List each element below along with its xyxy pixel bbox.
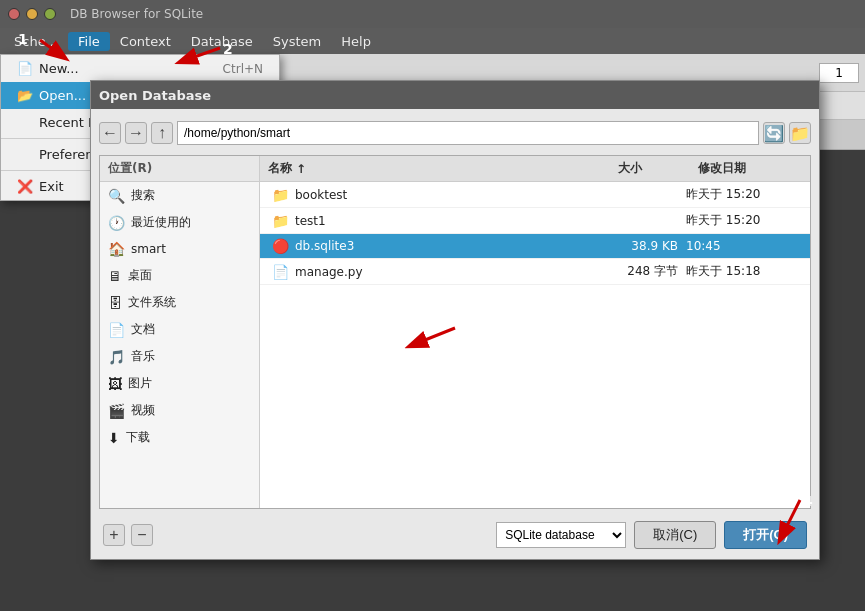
file-row-db-sqlite3[interactable]: 🔴 db.sqlite3 38.9 KB 10:45 — [260, 234, 810, 259]
dialog-refresh-btn[interactable]: 🔄 — [763, 122, 785, 144]
menu-context[interactable]: Context — [110, 32, 181, 51]
dialog-forward-btn[interactable]: → — [125, 122, 147, 144]
video-nav-icon: 🎬 — [108, 403, 125, 419]
py-file-icon: 📄 — [272, 264, 289, 280]
open-icon: 📂 — [17, 88, 33, 103]
filesystem-nav-icon: 🗄 — [108, 295, 122, 311]
sidebar-pictures[interactable]: 🖼 图片 — [100, 370, 259, 397]
dialog-newfolder-btn[interactable]: 📁 — [789, 122, 811, 144]
dialog-up-btn[interactable]: ↑ — [151, 122, 173, 144]
sidebar-documents[interactable]: 📄 文档 — [100, 316, 259, 343]
file-type-select[interactable]: SQLite database — [496, 522, 626, 548]
col-date: 修改日期 — [690, 156, 810, 181]
sidebar-downloads[interactable]: ⬇ 下载 — [100, 424, 259, 451]
menu-new[interactable]: 📄New... Ctrl+N — [1, 55, 279, 82]
title-bar: DB Browser for SQLite — [0, 0, 865, 28]
maximize-btn[interactable] — [44, 8, 56, 20]
files-header: 名称 ↑ 大小 修改日期 — [260, 156, 810, 182]
app-window: DB Browser for SQLite Sche... File Conte… — [0, 0, 865, 611]
folder-icon-test1: 📁 — [272, 213, 289, 229]
dialog-toolbar: ← → ↑ 🔄 📁 — [99, 117, 811, 149]
new-icon: 📄 — [17, 61, 33, 76]
menu-database[interactable]: Database — [181, 32, 263, 51]
dialog-main: 位置(R) 🔍 搜索 🕐 最近使用的 🏠 smart 🖥 — [99, 155, 811, 509]
sidebar-smart[interactable]: 🏠 smart — [100, 236, 259, 262]
sidebar-desktop[interactable]: 🖥 桌面 — [100, 262, 259, 289]
dialog-path-input[interactable] — [177, 121, 759, 145]
menu-file[interactable]: File — [68, 32, 110, 51]
menu-help[interactable]: Help — [331, 32, 381, 51]
sidebar-music[interactable]: 🎵 音乐 — [100, 343, 259, 370]
desktop-nav-icon: 🖥 — [108, 268, 122, 284]
sidebar-filesystem[interactable]: 🗄 文件系统 — [100, 289, 259, 316]
docs-nav-icon: 📄 — [108, 322, 125, 338]
dialog-title-bar: Open Database — [91, 81, 819, 109]
dialog-files: 名称 ↑ 大小 修改日期 📁 booktest 昨天于 15:20 — [260, 156, 810, 508]
dialog-footer-right: SQLite database 取消(C) 打开(O) — [496, 521, 807, 549]
pictures-nav-icon: 🖼 — [108, 376, 122, 392]
exit-icon: ❌ — [17, 179, 33, 194]
db-file-icon: 🔴 — [272, 238, 289, 254]
home-nav-icon: 🏠 — [108, 241, 125, 257]
sidebar-recent[interactable]: 🕐 最近使用的 — [100, 209, 259, 236]
page-number[interactable]: 1 — [819, 63, 859, 83]
dialog-footer: + − SQLite database 取消(C) 打开(O) — [99, 515, 811, 551]
recent-nav-icon: 🕐 — [108, 215, 125, 231]
minimize-btn[interactable] — [26, 8, 38, 20]
col-size: 大小 — [610, 156, 690, 181]
downloads-nav-icon: ⬇ — [108, 430, 120, 446]
sidebar-header: 位置(R) — [100, 156, 259, 182]
dialog-body: ← → ↑ 🔄 📁 位置(R) 🔍 搜索 🕐 最 — [91, 109, 819, 559]
col-name: 名称 ↑ — [260, 156, 610, 181]
dialog-sidebar: 位置(R) 🔍 搜索 🕐 最近使用的 🏠 smart 🖥 — [100, 156, 260, 508]
cancel-button[interactable]: 取消(C) — [634, 521, 716, 549]
menu-bar: Sche... File Context Database System Hel… — [0, 28, 865, 54]
dialog-footer-left: + − — [103, 524, 153, 546]
open-button[interactable]: 打开(O) — [724, 521, 807, 549]
remove-location-btn[interactable]: − — [131, 524, 153, 546]
file-row-test1[interactable]: 📁 test1 昨天于 15:20 — [260, 208, 810, 234]
window-title: DB Browser for SQLite — [70, 7, 203, 21]
close-btn[interactable] — [8, 8, 20, 20]
search-nav-icon: 🔍 — [108, 188, 125, 204]
music-nav-icon: 🎵 — [108, 349, 125, 365]
dialog-back-btn[interactable]: ← — [99, 122, 121, 144]
file-row-manage-py[interactable]: 📄 manage.py 248 字节 昨天于 15:18 — [260, 259, 810, 285]
menu-schema[interactable]: Sche... — [4, 32, 68, 51]
open-dialog: Open Database ← → ↑ 🔄 📁 位置(R) 🔍 搜索 — [90, 80, 820, 560]
dialog-title: Open Database — [99, 88, 211, 103]
menu-system[interactable]: System — [263, 32, 331, 51]
add-location-btn[interactable]: + — [103, 524, 125, 546]
sidebar-video[interactable]: 🎬 视频 — [100, 397, 259, 424]
new-shortcut: Ctrl+N — [223, 62, 263, 76]
folder-icon-booktest: 📁 — [272, 187, 289, 203]
file-row-booktest[interactable]: 📁 booktest 昨天于 15:20 — [260, 182, 810, 208]
sidebar-search[interactable]: 🔍 搜索 — [100, 182, 259, 209]
